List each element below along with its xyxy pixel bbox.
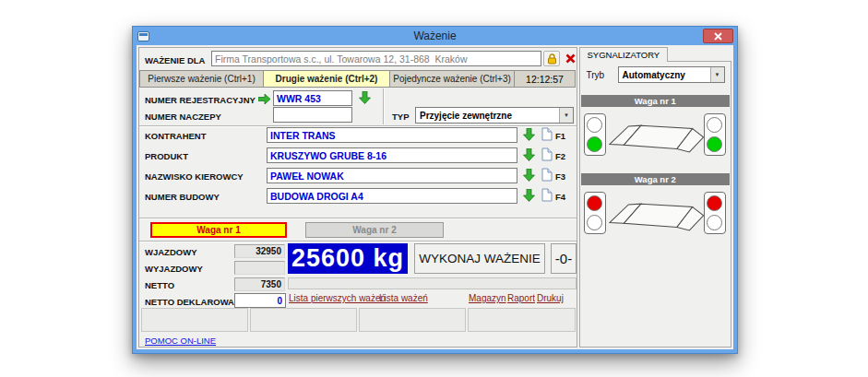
weighing-tabs: Pierwsze ważenie (Ctrl+1) Drugie ważenie… [139, 70, 577, 88]
kontrahent-label: KONTRAHENT [145, 131, 207, 141]
scale2-right-top-bulb [707, 195, 722, 211]
app-icon [137, 31, 149, 41]
green-right-arrow-icon [258, 93, 271, 105]
type-label: TYP [392, 112, 409, 122]
signal-scale1-header: Waga nr 1 [581, 95, 730, 107]
scale2-right-traffic-light-icon [704, 192, 726, 234]
produkt-fkey: F2 [555, 151, 565, 161]
bottom-slot-1 [141, 308, 248, 332]
wazenie-dla-label: WAŻENIE DLA [145, 55, 205, 65]
kontrahent-pick-arrow-icon[interactable] [523, 128, 535, 141]
wyjazdowy-label: WYJAZDOWY [145, 264, 203, 274]
window-content: WAŻENIE DLA Pierwsze ważenie (Ctrl+1) Dr… [137, 45, 733, 349]
scale1-weighbridge-icon [605, 113, 707, 159]
budowa-fkey: F4 [555, 192, 565, 202]
scale1-left-top-bulb [587, 117, 602, 133]
status-bar [288, 277, 577, 289]
scale2-left-top-bulb [587, 195, 602, 211]
scale1-left-bottom-bulb [587, 136, 602, 152]
signals-panel: SYGNALIZATORY Tryb Automatyczny ▼ Waga n… [579, 47, 731, 348]
clock: 12:12:57 [515, 70, 576, 88]
lock-button[interactable] [543, 51, 560, 66]
trailer-number-label: NUMER NACZEPY [145, 112, 221, 122]
reg-number-input[interactable] [273, 90, 352, 106]
kierowca-doc-icon[interactable] [541, 168, 553, 182]
link-raport[interactable]: Raport [507, 293, 535, 303]
chevron-down-icon[interactable]: ▼ [559, 108, 573, 123]
produkt-label: PRODUKT [145, 151, 188, 161]
link-magazyn[interactable]: Magazyn [469, 293, 506, 303]
produkt-input[interactable] [267, 147, 517, 163]
clear-client-button[interactable] [562, 51, 578, 66]
tab-first-weighing[interactable]: Pierwsze ważenie (Ctrl+1) [139, 70, 264, 88]
link-lista-wazen[interactable]: Lista ważeń [379, 293, 428, 303]
netto-label: NETTO [145, 280, 174, 290]
close-icon [714, 32, 722, 41]
signal-scale2-header: Waga nr 2 [581, 173, 730, 185]
tryb-value: Automatyczny [623, 70, 685, 80]
divider-3 [139, 241, 577, 242]
budowa-input[interactable] [267, 188, 517, 204]
weight-display: 25600 kg [288, 243, 408, 274]
wazenie-window: Ważenie WAŻENIE DLA Pierwsze ważenie (C [132, 26, 738, 354]
link-lista-pierwszych-wazen[interactable]: Lista pierwszych ważeń [289, 293, 386, 303]
client-input[interactable] [211, 51, 541, 66]
kierowca-fkey: F3 [555, 171, 565, 182]
kierowca-pick-arrow-icon[interactable] [523, 169, 535, 182]
wyjazdowy-value [234, 261, 285, 275]
produkt-doc-icon[interactable] [541, 147, 553, 161]
weighing-form-panel: WAŻENIE DLA Pierwsze ważenie (Ctrl+1) Dr… [138, 47, 577, 348]
scale1-left-traffic-light-icon [584, 113, 606, 156]
wjazdowy-value: 32950 [234, 244, 285, 258]
kontrahent-input[interactable] [267, 127, 517, 143]
section-divider-vertical [383, 88, 385, 124]
trailer-number-input[interactable] [273, 107, 352, 123]
budowa-label: NUMER BUDOWY [145, 192, 220, 202]
zero-button[interactable]: -0- [551, 243, 577, 274]
budowa-doc-icon[interactable] [541, 188, 553, 202]
produkt-pick-arrow-icon[interactable] [523, 148, 535, 161]
scale1-right-traffic-light-icon [704, 113, 726, 156]
scale2-weighbridge-icon [605, 192, 707, 238]
tab-second-weighing[interactable]: Drugie ważenie (Ctrl+2) [264, 70, 390, 88]
divider-2 [139, 218, 577, 219]
link-drukuj[interactable]: Drukuj [537, 293, 564, 303]
type-dropdown[interactable]: Przyjęcie zewnętrzne ▼ [415, 107, 574, 124]
link-pomoc-online[interactable]: POMOC ON-LINE [145, 336, 216, 346]
scale1-right-bottom-bulb [707, 136, 722, 152]
wjazdowy-label: WJAZDOWY [145, 247, 196, 257]
signals-tab[interactable]: SYGNALIZATORY [579, 47, 669, 62]
close-button[interactable] [703, 29, 733, 43]
kontrahent-doc-icon[interactable] [541, 127, 553, 141]
title-bar[interactable]: Ważenie [133, 27, 737, 45]
kontrahent-fkey: F1 [555, 131, 565, 141]
tryb-label: Tryb [587, 70, 605, 80]
netto-deklarowane-label: NETTO DEKLAROWANE [145, 297, 246, 307]
perform-weighing-button[interactable]: WYKONAJ WAŻENIE [414, 243, 545, 274]
tab-single-weighing[interactable]: Pojedyncze ważenie (Ctrl+3) [390, 70, 515, 88]
tryb-chevron-down-icon[interactable]: ▼ [710, 67, 724, 82]
scale2-right-bottom-bulb [707, 215, 722, 230]
bottom-slot-3 [359, 308, 466, 332]
scale2-left-bottom-bulb [587, 215, 602, 230]
reg-number-label: NUMER REJESTRACYJNY [145, 95, 256, 105]
bottom-slot-2 [250, 308, 357, 332]
kierowca-label: NAZWISKO KIEROWCY [145, 171, 244, 182]
scale-1-button[interactable]: Waga nr 1 [150, 222, 287, 238]
netto-value: 7350 [234, 277, 285, 291]
budowa-pick-arrow-icon[interactable] [523, 189, 535, 202]
scale-2-button[interactable]: Waga nr 2 [305, 222, 444, 238]
kierowca-input[interactable] [267, 168, 517, 183]
reg-lookup-arrow-icon[interactable] [359, 91, 371, 104]
scale1-right-top-bulb [707, 117, 722, 133]
bottom-slot-4 [468, 308, 576, 332]
red-x-icon [565, 53, 576, 64]
tryb-dropdown[interactable]: Automatyczny ▼ [618, 66, 725, 83]
window-title: Ważenie [133, 29, 737, 42]
scale2-left-traffic-light-icon [584, 192, 606, 234]
type-value: Przyjęcie zewnętrzne [420, 111, 512, 121]
netto-deklarowane-input[interactable] [234, 293, 286, 308]
lock-icon [547, 53, 557, 65]
